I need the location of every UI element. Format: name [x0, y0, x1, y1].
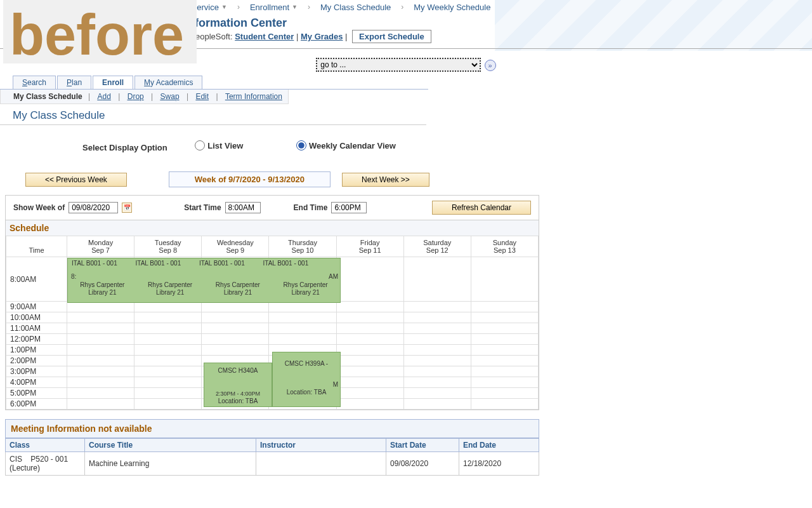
calendar-cell: [134, 312, 202, 323]
page-title: My Class Schedule: [0, 104, 426, 125]
calendar-cell: [336, 388, 403, 399]
time-cell: 11:00AM: [6, 323, 67, 334]
tab-enroll[interactable]: Enroll: [93, 76, 133, 89]
calendar-cell: [471, 302, 538, 312]
subnav-drop[interactable]: Drop: [126, 92, 145, 101]
subnav-add[interactable]: Add: [96, 92, 112, 101]
calendar-cell: [336, 356, 403, 366]
subnav-swap[interactable]: Swap: [159, 92, 181, 101]
show-week-label: Show Week of: [13, 203, 65, 212]
calendar-cell: [336, 257, 403, 302]
display-option-label: Select Display Option: [82, 143, 167, 152]
chevron-right-icon: ›: [398, 3, 406, 11]
hour-row: 12:00PM: [6, 334, 539, 345]
calendar-cell: [336, 345, 403, 356]
nav-enrollment[interactable]: Enrollment▼: [242, 1, 305, 14]
calendar-cell: [471, 345, 538, 356]
tab-plan[interactable]: Plan: [57, 76, 91, 89]
calendar-cell: [403, 366, 471, 377]
go-arrow-icon[interactable]: »: [485, 60, 496, 71]
time-cell: 3:00PM: [6, 366, 67, 377]
radio-list-view[interactable]: [195, 140, 205, 150]
subnav-current: My Class Schedule: [13, 92, 82, 101]
end-time-label: End Time: [294, 203, 328, 212]
tab-search[interactable]: Search: [13, 76, 56, 89]
start-time-label: Start Time: [184, 203, 221, 212]
th-class: Class: [6, 439, 85, 452]
event-ital-header[interactable]: ITAL B001 - 001 ITAL B001 - 001 ITAL B00…: [67, 258, 341, 265]
time-cell: 8:00AM: [6, 257, 67, 302]
refresh-calendar-button[interactable]: Refresh Calendar: [432, 201, 531, 215]
th-start-date: Start Date: [386, 439, 459, 452]
next-week-button[interactable]: Next Week >>: [342, 173, 429, 187]
calendar-cell: [471, 334, 538, 345]
calendar-cell: [269, 323, 336, 334]
calendar-cell: [134, 334, 202, 345]
calendar-panel: Show Week of 📅 Start Time End Time Refre…: [5, 195, 539, 410]
th-tue: TuesdaySep 8: [134, 236, 202, 257]
hour-row: 11:00AM: [6, 323, 539, 334]
event-ital-body[interactable]: 8: AM Rhys CarpenterLibrary 21 Rhys Carp…: [67, 265, 341, 303]
time-cell: 4:00PM: [6, 377, 67, 388]
calendar-cell: [67, 388, 134, 399]
hour-row: 9:00AM: [6, 302, 539, 312]
subnav-term[interactable]: Term Information: [224, 92, 284, 101]
radio-weekly-view[interactable]: [296, 140, 306, 150]
tab-my-academics[interactable]: My Academics: [134, 76, 202, 89]
calendar-cell: [67, 345, 134, 356]
th-course-title: Course Title: [85, 439, 256, 452]
calendar-cell: [202, 334, 269, 345]
calendar-cell: [403, 257, 471, 302]
calendar-cell: [67, 356, 134, 366]
calendar-cell: [471, 388, 538, 399]
watermark: before: [3, 0, 197, 64]
calendar-cell: [134, 356, 202, 366]
cell-instructor: [256, 452, 386, 476]
calendar-cell: [134, 377, 202, 388]
calendar-cell: [336, 312, 403, 323]
calendar-cell: [336, 399, 403, 410]
export-schedule-button[interactable]: Export Schedule: [352, 30, 431, 43]
calendar-cell: [67, 312, 134, 323]
time-cell: 9:00AM: [6, 302, 67, 312]
goto-select[interactable]: go to ...: [316, 58, 481, 72]
chevron-right-icon: ›: [235, 3, 242, 11]
calendar-cell: [403, 356, 471, 366]
nav-my-class-schedule[interactable]: My Class Schedule: [313, 1, 398, 14]
event-cmsc399[interactable]: CMSC H399A - M Location: TBA: [272, 352, 341, 407]
calendar-cell: [336, 377, 403, 388]
event-cmsc340[interactable]: CMSC H340A 2:30PM - 4:00PM Location: TBA: [204, 363, 272, 407]
calendar-cell: [403, 377, 471, 388]
show-week-input[interactable]: [69, 202, 118, 213]
calendar-icon[interactable]: 📅: [122, 203, 132, 213]
calendar-cell: [403, 399, 471, 410]
calendar-cell: [67, 302, 134, 312]
th-mon: MondaySep 7: [67, 236, 134, 257]
calendar-cell: [269, 302, 336, 312]
end-time-input[interactable]: [331, 202, 367, 213]
start-time-input[interactable]: [225, 202, 261, 213]
calendar-cell: [134, 345, 202, 356]
prev-week-button[interactable]: << Previous Week: [25, 173, 127, 187]
calendar-cell: [134, 399, 202, 410]
th-thu: ThursdaySep 10: [269, 236, 336, 257]
calendar-cell: [202, 345, 269, 356]
page-header-sub: ed by PrettyPeopleSoft: Student Center |…: [146, 30, 812, 43]
nav-my-weekly-schedule[interactable]: My Weekly Schedule: [406, 1, 498, 14]
calendar-cell: [336, 366, 403, 377]
th-end-date: End Date: [459, 439, 539, 452]
link-student-center[interactable]: Student Center: [235, 32, 294, 41]
calendar-cell: [269, 334, 336, 345]
meeting-info-table: Class Course Title Instructor Start Date…: [5, 438, 539, 476]
table-row: CIS P520 - 001(Lecture) Machine Learning…: [6, 452, 539, 476]
calendar-cell: [67, 334, 134, 345]
calendar-cell: [403, 323, 471, 334]
calendar-cell: [67, 323, 134, 334]
page-header-title: Online Information Center: [146, 17, 812, 30]
time-cell: 1:00PM: [6, 345, 67, 356]
calendar-cell: [471, 366, 538, 377]
link-my-grades[interactable]: My Grades: [301, 32, 343, 41]
subnav-edit[interactable]: Edit: [194, 92, 210, 101]
calendar-cell: [471, 399, 538, 410]
meeting-info-title: Meeting Information not available: [5, 419, 539, 438]
